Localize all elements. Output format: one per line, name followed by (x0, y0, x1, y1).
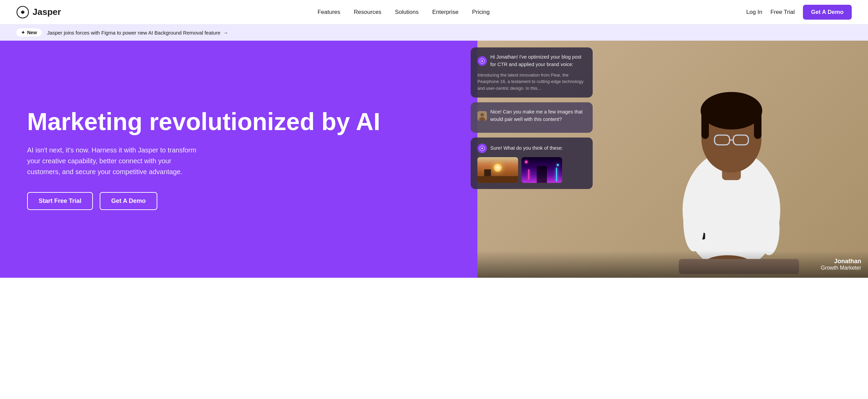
person-title: Growth Marketer (821, 265, 861, 271)
jasper-ai-icon-2 (477, 144, 487, 153)
nav-resources[interactable]: Resources (354, 9, 381, 16)
badge-label: New (27, 30, 37, 35)
get-demo-button[interactable]: Get A Demo (803, 5, 852, 20)
person-illustration (595, 52, 868, 278)
announcement-arrow: → (223, 30, 228, 36)
badge-icon: ✦ (21, 30, 25, 35)
chat-bubble-3: Sure! What do you think of these: (471, 138, 593, 189)
hero-subtitle: AI isn't next, it's now. Harness it with… (27, 145, 203, 177)
nav-features[interactable]: Features (317, 9, 340, 16)
chat-bubble-2: Nice! Can you make me a few images that … (471, 102, 593, 133)
bubble-1-body: Introducing the latest innovation from P… (477, 72, 586, 92)
start-free-trial-button[interactable]: Start Free Trial (27, 192, 93, 210)
hero-left: Marketing revolutionized by AI AI isn't … (0, 41, 477, 278)
announcement-text[interactable]: Jasper joins forces with Figma to power … (47, 30, 228, 36)
announcement-bar: ✦ New Jasper joins forces with Figma to … (0, 24, 868, 41)
svg-point-12 (758, 203, 780, 255)
bubble-3-header: Sure! What do you think of these: (477, 144, 586, 153)
person-name-tag: Jonathan Growth Marketer (821, 258, 861, 271)
free-trial-link[interactable]: Free Trial (770, 9, 795, 16)
chat-bubble-1: Hi Jonathan! I've optimized your blog po… (471, 47, 593, 98)
svg-point-11 (683, 191, 704, 251)
logo-text: Jasper (33, 7, 61, 17)
hero-buttons: Start Free Trial Get A Demo (27, 192, 461, 210)
announcement-badge: ✦ New (16, 28, 42, 37)
login-link[interactable]: Log In (746, 9, 762, 16)
nav-pricing[interactable]: Pricing (472, 9, 490, 16)
generated-image-2 (521, 157, 562, 183)
logo[interactable]: Jasper (16, 6, 61, 19)
hero-title: Marketing revolutionized by AI (27, 108, 461, 135)
chat-container: Hi Jonathan! I've optimized your blog po… (471, 47, 593, 189)
hero-right: Jonathan Growth Marketer Hi Jonathan! I'… (477, 41, 868, 278)
nav-enterprise[interactable]: Enterprise (432, 9, 458, 16)
hero-get-demo-button[interactable]: Get A Demo (100, 192, 157, 210)
generated-image-1 (477, 157, 518, 183)
bubble-2-text: Nice! Can you make me a few images that … (490, 108, 586, 123)
bubble-2-header: Nice! Can you make me a few images that … (477, 108, 586, 123)
bubble-1-header: Hi Jonathan! I've optimized your blog po… (477, 54, 586, 68)
svg-rect-6 (754, 109, 761, 139)
navbar: Jasper Features Resources Solutions Ente… (0, 0, 868, 24)
svg-point-17 (480, 113, 484, 117)
announcement-message: Jasper joins forces with Figma to power … (47, 30, 220, 36)
svg-point-4 (701, 92, 762, 129)
bubble-images (477, 157, 586, 183)
main-nav: Features Resources Solutions Enterprise … (317, 9, 490, 16)
bubble-3-text: Sure! What do you think of these: (490, 145, 563, 152)
jasper-ai-icon (477, 56, 487, 66)
nav-solutions[interactable]: Solutions (395, 9, 419, 16)
user-avatar (477, 111, 487, 121)
bubble-1-text: Hi Jonathan! I've optimized your blog po… (490, 54, 586, 68)
svg-rect-5 (701, 109, 709, 139)
navbar-actions: Log In Free Trial Get A Demo (746, 5, 852, 20)
person-name: Jonathan (821, 258, 861, 265)
hero-section: Marketing revolutionized by AI AI isn't … (0, 41, 868, 278)
logo-icon (16, 6, 29, 19)
